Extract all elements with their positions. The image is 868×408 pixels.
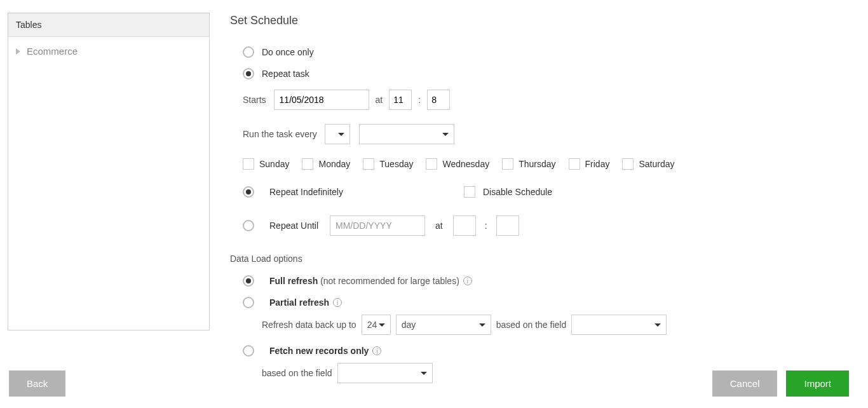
radio-repeat-indefinitely[interactable] (243, 186, 254, 198)
start-date-input[interactable] (274, 90, 369, 110)
info-icon[interactable]: i (372, 346, 381, 355)
radio-partial-refresh[interactable] (243, 297, 254, 308)
checkbox-thursday[interactable] (502, 158, 513, 170)
disable-schedule-label: Disable Schedule (483, 187, 552, 197)
partial-refresh-label: Partial refresh (269, 297, 329, 308)
days-row: Sunday Monday Tuesday Wednesday Thursday… (243, 158, 853, 170)
run-every-value-select[interactable] (325, 124, 350, 144)
radio-fetch-new[interactable] (243, 345, 254, 357)
refresh-back-label: Refresh data back up to (262, 320, 356, 330)
sidebar-header: Tables (8, 13, 209, 37)
checkbox-saturday[interactable] (622, 158, 634, 170)
until-hour-input[interactable] (453, 215, 476, 236)
based-on-field-label: based on the field (496, 320, 567, 330)
refresh-back-value-select[interactable]: 24 (362, 315, 391, 335)
radio-repeat-task[interactable] (243, 68, 254, 79)
radio-full-refresh[interactable] (243, 275, 254, 287)
time-separator: : (418, 95, 421, 105)
fetch-new-label: Fetch new records only (269, 346, 369, 356)
starts-label: Starts (243, 95, 266, 105)
checkbox-sunday[interactable] (243, 158, 254, 170)
repeat-indef-label: Repeat Indefinitely (269, 187, 343, 197)
day-label: Friday (585, 159, 610, 169)
day-label: Monday (318, 159, 350, 169)
time-separator-2: : (485, 221, 487, 231)
radio-do-once[interactable] (243, 46, 254, 58)
data-load-title: Data Load options (230, 254, 853, 264)
day-label: Sunday (259, 159, 289, 169)
at-label: at (376, 95, 383, 105)
run-every-label: Run the task every (243, 129, 317, 139)
info-icon[interactable]: i (463, 276, 472, 285)
tables-sidebar: Tables Ecommerce (8, 13, 210, 330)
full-refresh-label: Full refresh (269, 276, 318, 286)
radio-repeat-until[interactable] (243, 220, 254, 231)
checkbox-disable-schedule[interactable] (464, 186, 475, 198)
checkbox-tuesday[interactable] (363, 158, 374, 170)
import-button[interactable]: Import (786, 371, 849, 397)
until-date-input[interactable] (330, 215, 425, 236)
day-label: Tuesday (379, 159, 413, 169)
caret-right-icon (16, 48, 20, 55)
day-label: Thursday (519, 159, 555, 169)
start-minute-input[interactable] (427, 90, 450, 110)
checkbox-monday[interactable] (302, 158, 313, 170)
refresh-back-unit-select[interactable]: day (396, 315, 491, 335)
run-every-unit-select[interactable] (359, 124, 454, 144)
tree-item-label: Ecommerce (27, 46, 78, 57)
until-minute-input[interactable] (496, 215, 519, 236)
day-label: Saturday (639, 159, 674, 169)
full-refresh-note: (not recommended for large tables) (318, 276, 459, 286)
repeat-until-label: Repeat Until (269, 221, 318, 231)
checkbox-friday[interactable] (569, 158, 580, 170)
sidebar-body[interactable]: Ecommerce (8, 37, 209, 329)
footer-buttons: Back Cancel Import (9, 371, 849, 397)
repeat-task-label: Repeat task (262, 69, 309, 79)
cancel-button[interactable]: Cancel (712, 371, 778, 397)
checkbox-wednesday[interactable] (426, 158, 437, 170)
tree-item-ecommerce[interactable]: Ecommerce (8, 37, 209, 65)
start-hour-input[interactable] (389, 90, 412, 110)
info-icon[interactable]: i (333, 298, 342, 307)
at-label-2: at (435, 221, 443, 231)
day-label: Wednesday (442, 159, 489, 169)
partial-field-select[interactable] (571, 315, 667, 335)
section-title: Set Schedule (230, 14, 853, 27)
main-content: Set Schedule Do once only Repeat task St… (230, 14, 853, 393)
back-button[interactable]: Back (9, 371, 65, 397)
do-once-label: Do once only (262, 47, 314, 57)
